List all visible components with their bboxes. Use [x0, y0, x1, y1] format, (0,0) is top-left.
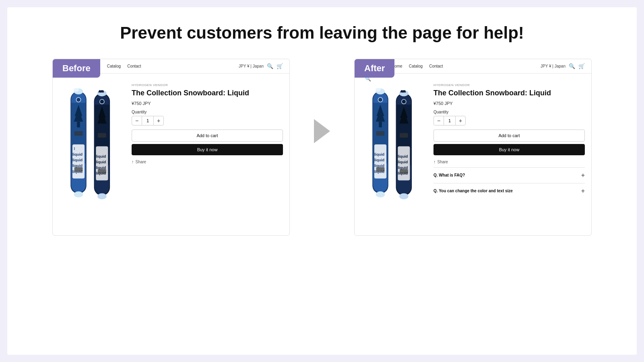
before-vendor: HYDROGEN VENDOR — [132, 83, 283, 87]
svg-rect-62 — [400, 133, 408, 138]
svg-rect-63 — [400, 169, 408, 173]
before-search-icon[interactable]: 🔍 — [267, 63, 273, 69]
svg-rect-7 — [77, 122, 80, 128]
before-currency[interactable]: JPY ¥ | Japan — [239, 64, 264, 68]
before-product-title: The Collection Snowboard: Liquid — [132, 88, 283, 98]
after-vendor: HYDROGEN VENDOR — [433, 83, 585, 87]
before-qty-value: 1 — [142, 116, 154, 125]
before-share-link[interactable]: ↑ Share — [132, 159, 283, 164]
before-product-area: l liquid liquid liquid liquid — [53, 74, 289, 215]
faq-item-1: Q. What is FAQ? + — [433, 167, 585, 183]
svg-text:liquid: liquid — [374, 152, 384, 156]
after-product-info: HYDROGEN VENDOR The Collection Snowboard… — [433, 80, 585, 210]
svg-text:liquid: liquid — [374, 158, 384, 162]
after-qty-value: 1 — [444, 116, 456, 125]
svg-rect-30 — [98, 133, 106, 138]
svg-text:liquid: liquid — [72, 152, 83, 156]
after-product-area: 🔍 liquid — [355, 74, 591, 217]
before-nav-link-catalog[interactable]: Catalog — [107, 64, 121, 68]
svg-point-36 — [376, 88, 381, 92]
faq-expand-2[interactable]: + — [581, 187, 585, 195]
before-product-price: ¥750 JPY — [132, 101, 283, 106]
before-snowboard-image: l liquid liquid liquid liquid — [59, 80, 124, 209]
svg-point-32 — [100, 99, 104, 104]
after-share-link[interactable]: ↑ Share — [433, 159, 585, 164]
svg-point-64 — [402, 99, 406, 104]
svg-point-17 — [76, 97, 80, 102]
after-qty-label: Quantity — [433, 110, 585, 114]
svg-text:l: l — [74, 147, 75, 151]
after-qty-minus[interactable]: − — [434, 116, 444, 125]
faq-item-2: Q. You can change the color and text siz… — [433, 183, 585, 199]
arrow-shape — [314, 119, 330, 143]
svg-text:liquid: liquid — [72, 158, 83, 162]
after-search-icon[interactable]: 🔍 — [569, 63, 575, 69]
after-currency[interactable]: JPY ¥ | Japan — [541, 64, 566, 68]
svg-text:liquid: liquid — [398, 160, 408, 164]
comparison-row: Before Home Catalog Contact JPY ¥ | Japa… — [31, 59, 613, 236]
after-nav-link-catalog[interactable]: Catalog — [409, 64, 423, 68]
after-qty-row: − 1 + — [433, 116, 466, 125]
svg-point-46 — [376, 191, 385, 197]
after-nav-link-contact[interactable]: Contact — [429, 64, 443, 68]
main-container: Prevent customers from leaving the page … — [7, 7, 637, 355]
faq-question-1: Q. What is FAQ? — [433, 173, 578, 178]
before-qty-label: Quantity — [132, 110, 283, 114]
before-panel: Before Home Catalog Contact JPY ¥ | Japa… — [52, 59, 290, 236]
comparison-arrow — [314, 119, 330, 143]
svg-point-29 — [97, 193, 107, 199]
before-buy-now-button[interactable]: Buy it now — [132, 144, 283, 155]
after-buy-now-button[interactable]: Buy it now — [433, 144, 585, 155]
svg-rect-31 — [98, 169, 106, 173]
before-qty-minus[interactable]: − — [132, 116, 142, 125]
after-badge: After — [355, 59, 394, 78]
after-cart-icon[interactable]: 🛒 — [578, 63, 585, 69]
after-faq-section: Q. What is FAQ? + Q. You can change the … — [433, 167, 585, 199]
after-nav-right: JPY ¥ | Japan 🔍 🛒 — [541, 63, 585, 69]
headline: Prevent customers from leaving the page … — [120, 23, 524, 43]
after-snowboard-image: 🔍 liquid — [361, 80, 425, 210]
faq-question-2: Q. You can change the color and text siz… — [433, 188, 578, 194]
before-badge: Before — [53, 59, 100, 78]
svg-rect-47 — [376, 131, 385, 136]
svg-point-61 — [399, 193, 409, 199]
svg-rect-40 — [379, 122, 382, 128]
before-add-to-cart-button[interactable]: Add to cart — [132, 130, 283, 142]
svg-text:liquid: liquid — [398, 154, 408, 158]
svg-rect-15 — [74, 131, 83, 136]
svg-text:liquid: liquid — [96, 160, 106, 164]
after-qty-plus[interactable]: + — [456, 116, 465, 125]
after-product-title: The Collection Snowboard: Liquid — [433, 88, 585, 98]
svg-rect-48 — [376, 167, 385, 171]
after-add-to-cart-button[interactable]: Add to cart — [433, 130, 585, 142]
after-share-label: Share — [438, 160, 448, 164]
before-share-label: Share — [136, 160, 147, 164]
before-share-icon: ↑ — [132, 159, 134, 164]
svg-point-49 — [378, 97, 382, 102]
svg-rect-16 — [74, 167, 83, 171]
before-nav-right: JPY ¥ | Japan 🔍 🛒 — [239, 63, 283, 69]
faq-expand-1[interactable]: + — [581, 172, 585, 179]
before-cart-icon[interactable]: 🛒 — [277, 63, 283, 69]
svg-point-3 — [74, 88, 79, 92]
before-product-info: HYDROGEN VENDOR The Collection Snowboard… — [132, 80, 283, 209]
after-share-icon: ↑ — [433, 159, 436, 164]
svg-text:liquid: liquid — [96, 154, 106, 158]
svg-point-14 — [74, 191, 83, 197]
after-product-price: ¥750 JPY — [433, 101, 585, 106]
after-panel: After Home Catalog Contact JPY ¥ | Japan… — [354, 59, 592, 236]
before-qty-plus[interactable]: + — [154, 116, 163, 125]
before-qty-row: − 1 + — [132, 116, 164, 125]
before-nav-link-contact[interactable]: Contact — [127, 64, 141, 68]
